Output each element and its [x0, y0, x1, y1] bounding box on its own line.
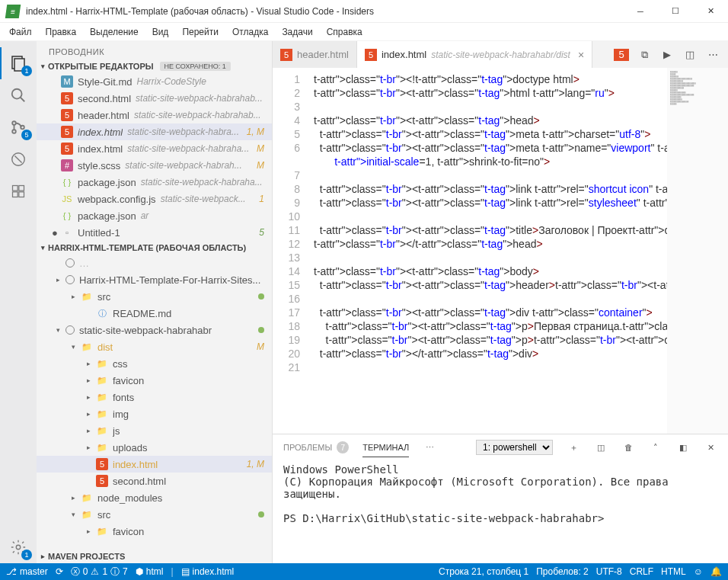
editor-tab[interactable]: 5index.htmlstatic-site-webpack-habrahabr…: [357, 41, 592, 68]
explorer-badge: 1: [21, 66, 32, 76]
status-feedback-icon[interactable]: ☺: [694, 566, 703, 577]
debug-icon[interactable]: [0, 143, 37, 175]
status-bell-icon[interactable]: 🔔: [710, 566, 722, 577]
tree-item[interactable]: ▾📁distM: [37, 338, 272, 355]
panel-close-icon[interactable]: ✕: [704, 443, 717, 453]
svg-point-4: [12, 121, 16, 125]
tree-item[interactable]: ▾📁src: [37, 506, 272, 523]
code-editor[interactable]: 123456 789101112131415161718192021 t-att…: [273, 68, 728, 434]
chevron-down-icon: ▾: [41, 244, 45, 252]
status-lang-icon[interactable]: ⬢ html: [136, 566, 164, 577]
status-lang[interactable]: HTML: [661, 566, 686, 577]
maximize-button[interactable]: ☐: [658, 0, 693, 23]
status-sync[interactable]: ⟳: [56, 566, 63, 577]
status-spaces[interactable]: Пробелов: 2: [536, 566, 589, 577]
open-editor-item[interactable]: 5index.htmlstatic-site-webpack-habra...1…: [37, 123, 272, 140]
tab-more-icon[interactable]: ⋯: [705, 49, 720, 61]
tree-item[interactable]: ▸📁favicon: [37, 372, 272, 389]
problems-tab[interactable]: ПРОБЛЕМЫ 7: [283, 441, 349, 453]
tab-run-icon[interactable]: ▶: [659, 49, 675, 61]
svg-rect-12: [19, 186, 24, 191]
line-gutter: 123456 789101112131415161718192021: [273, 68, 311, 434]
tree-item[interactable]: ▸📁css: [37, 355, 272, 372]
open-editor-item[interactable]: 5second.htmlstatic-site-webpack-habrahab…: [37, 90, 272, 107]
tree-item[interactable]: ▸📁js: [37, 422, 272, 439]
more-icon[interactable]: ⋯: [423, 443, 436, 453]
tree-item[interactable]: ⓘREADME.md: [37, 305, 272, 322]
menu-вид[interactable]: Вид: [146, 25, 175, 39]
open-editor-item[interactable]: { }package.jsonstatic-site-webpack-habra…: [37, 174, 272, 191]
extensions-icon[interactable]: [0, 175, 37, 207]
terminal-content[interactable]: Windows PowerShell (C) Корпорация Майкро…: [273, 460, 728, 563]
tree-item[interactable]: ▸📁src: [37, 288, 272, 305]
menu-справка[interactable]: Справка: [321, 25, 369, 39]
menu-перейти[interactable]: Перейти: [176, 25, 225, 39]
terminal-tab[interactable]: ТЕРМИНАЛ: [362, 443, 409, 457]
settings-icon[interactable]: 1: [0, 531, 37, 563]
panel: ПРОБЛЕМЫ 7 ТЕРМИНАЛ ⋯ 1: powershell ＋ ◫ …: [273, 434, 728, 563]
menu-выделение[interactable]: Выделение: [84, 25, 145, 39]
menu-bar: ФайлПравкаВыделениеВидПерейтиОтладкаЗада…: [0, 23, 728, 41]
maven-header[interactable]: ▸ MAVEN PROJECTS: [37, 550, 272, 563]
svg-rect-11: [19, 192, 24, 197]
tree-item[interactable]: ▸📁uploads: [37, 439, 272, 456]
status-encoding[interactable]: UTF-8: [596, 566, 622, 577]
open-editor-item[interactable]: JSwebpack.config.jsstatic-site-webpack..…: [37, 191, 272, 207]
sidebar-explorer: ПРОВОДНИК ▾ ОТКРЫТЫЕ РЕДАКТОРЫ НЕ СОХРАН…: [37, 41, 273, 563]
open-editor-item[interactable]: { }package.jsonar: [37, 207, 272, 224]
code-content[interactable]: t-attr">class="t-br"><!t-attr">class="t-…: [311, 68, 667, 434]
editor-area: 5header.html5index.htmlstatic-site-webpa…: [273, 41, 728, 563]
terminal-selector[interactable]: 1: powershell: [476, 440, 553, 455]
tab-split-icon[interactable]: ◫: [682, 49, 698, 61]
tree-item[interactable]: ▸📁img: [37, 405, 272, 422]
file-tree: …▸Harrix-HTML-Template-For-Harrix-Sites.…: [37, 255, 272, 550]
tab-preview-icon[interactable]: 5: [614, 49, 629, 61]
tree-item[interactable]: ▸📁fonts: [37, 389, 272, 405]
tree-item[interactable]: ▸📁node_modules: [37, 489, 272, 506]
menu-правка[interactable]: Правка: [40, 25, 83, 39]
status-cursor[interactable]: Строка 21, столбец 1: [439, 566, 528, 577]
open-editor-item[interactable]: #style.scssstatic-site-webpack-habrah...…: [37, 157, 272, 174]
minimap[interactable]: ████████ ██████ █████████ ██████████████…: [667, 68, 728, 434]
panel-layout-icon[interactable]: ◧: [676, 443, 690, 453]
status-eol[interactable]: CRLF: [630, 566, 653, 577]
minimize-button[interactable]: ─: [623, 0, 658, 23]
menu-отладка[interactable]: Отладка: [226, 25, 274, 39]
status-problems[interactable]: ⓧ 0 ⚠ 1 ⓘ 7: [71, 566, 128, 578]
svg-point-5: [12, 130, 16, 133]
tab-close-icon[interactable]: ×: [578, 49, 584, 61]
tree-item[interactable]: 5second.html: [37, 473, 272, 489]
open-editors-header[interactable]: ▾ ОТКРЫТЫЕ РЕДАКТОРЫ НЕ СОХРАНЕНО: 1: [37, 59, 272, 73]
svg-line-8: [14, 155, 21, 162]
status-branch[interactable]: ⎇ master: [6, 566, 48, 577]
tree-item[interactable]: ▾static-site-webpack-habrahabr: [37, 322, 272, 338]
explorer-icon[interactable]: 1: [0, 47, 37, 79]
split-terminal-icon[interactable]: ◫: [594, 443, 608, 453]
workspace-header[interactable]: ▾ HARRIX-HTML-TEMPLATE (РАБОЧАЯ ОБЛАСТЬ): [37, 241, 272, 255]
tree-item[interactable]: ▸Harrix-HTML-Template-For-Harrix-Sites..…: [37, 271, 272, 288]
editor-tab[interactable]: 5header.html: [273, 41, 357, 68]
window-title: index.html - Harrix-HTML-Template (рабоч…: [26, 6, 623, 17]
title-bar: ≡ index.html - Harrix-HTML-Template (раб…: [0, 0, 728, 23]
source-control-icon[interactable]: 5: [0, 111, 37, 143]
tree-item[interactable]: ▸📁favicon: [37, 523, 272, 540]
search-icon[interactable]: [0, 79, 37, 111]
menu-файл[interactable]: Файл: [3, 25, 38, 39]
chevron-right-icon: ▸: [41, 553, 45, 560]
new-terminal-icon[interactable]: ＋: [567, 442, 580, 453]
open-editor-item[interactable]: 5index.htmlstatic-site-webpack-habraha..…: [37, 140, 272, 157]
menu-задачи[interactable]: Задачи: [276, 25, 318, 39]
svg-point-13: [16, 545, 21, 550]
open-editor-item[interactable]: 5header.htmlstatic-site-webpack-habrahab…: [37, 107, 272, 123]
panel-up-icon[interactable]: ˄: [649, 443, 663, 453]
tree-item[interactable]: 5index.html1, M: [37, 456, 272, 473]
kill-terminal-icon[interactable]: 🗑: [621, 443, 635, 452]
open-editor-item[interactable]: ●▫Untitled-15: [37, 224, 272, 241]
tab-compare-icon[interactable]: ⧉: [637, 49, 652, 61]
status-bar: ⎇ master ⟳ ⓧ 0 ⚠ 1 ⓘ 7 ⬢ html | ▤ index.…: [0, 563, 728, 580]
svg-point-2: [12, 89, 22, 99]
open-editor-item[interactable]: MStyle-Git.mdHarrix-CodeStyle: [37, 73, 272, 90]
panel-tabs: ПРОБЛЕМЫ 7 ТЕРМИНАЛ ⋯ 1: powershell ＋ ◫ …: [273, 434, 728, 460]
status-file[interactable]: ▤ index.html: [181, 566, 235, 577]
close-button[interactable]: ✕: [693, 0, 728, 23]
